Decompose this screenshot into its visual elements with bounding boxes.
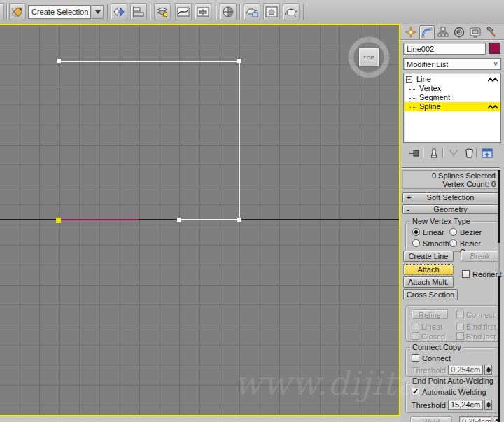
tab-create[interactable] — [403, 25, 419, 39]
bind-last-label: Bind last — [466, 332, 496, 341]
edit-named-selections-icon[interactable]: ABC — [9, 3, 26, 20]
stack-item-label: Segment — [419, 93, 450, 102]
stack-item-line[interactable]: − Line — [404, 75, 500, 84]
toolbar-separator — [150, 4, 150, 20]
new-vertex-type-group: New Vertex Type Linear Bezier Smooth Bez… — [405, 221, 498, 252]
connect-copy-label: Connect — [422, 354, 451, 363]
stack-item-vertex[interactable]: Vertex — [404, 84, 500, 93]
toolbar-separator — [303, 4, 304, 20]
group-title: End Point Auto-Welding — [410, 377, 496, 385]
rollout-title: Soft Selection — [427, 193, 475, 202]
create-line-button[interactable]: Create Line — [403, 251, 454, 262]
tab-hierarchy[interactable] — [435, 25, 451, 39]
named-selection-set-combo[interactable]: Create Selection Se — [28, 5, 91, 19]
tab-utilities[interactable] — [484, 25, 499, 39]
radio-bezier[interactable] — [449, 228, 457, 236]
vertex-bottom-middle[interactable] — [177, 218, 181, 222]
configure-modifier-sets-icon[interactable] — [480, 147, 494, 160]
object-color-swatch[interactable] — [489, 43, 500, 54]
teapot-frame-icon — [265, 6, 278, 18]
collapse-icon[interactable]: − — [406, 76, 412, 83]
top-viewport-canvas[interactable]: N S W E TOP — [0, 25, 399, 415]
show-end-result-icon[interactable] — [427, 147, 441, 160]
stack-item-segment[interactable]: Segment — [404, 93, 500, 102]
vertex-top-right[interactable] — [237, 59, 241, 63]
rollout-soft-selection[interactable]: + Soft Selection — [402, 192, 498, 202]
panel-scrollbar-thumb[interactable] — [498, 243, 500, 276]
clipped-toolbar-icon[interactable] — [0, 3, 4, 20]
radio-linear-label: Linear — [423, 228, 444, 237]
radio-smooth[interactable] — [412, 239, 420, 247]
pin-stack-icon[interactable] — [407, 147, 421, 160]
modifier-list-dropdown[interactable]: Modifier List ˅ — [403, 58, 501, 70]
align-boxes-icon — [132, 6, 145, 18]
3dsmax-window: ABC Create Selection Se — [0, 0, 504, 422]
active-wave-icon — [488, 104, 498, 110]
mirror-icon[interactable] — [111, 3, 127, 20]
vertex-top-left[interactable] — [57, 59, 61, 63]
view-compass[interactable]: N S W E TOP — [347, 36, 391, 79]
automatic-welding-checkbox[interactable] — [412, 388, 419, 395]
attach-mult-button[interactable]: Attach Mult. — [403, 276, 454, 288]
weld-button[interactable]: Weld — [410, 416, 452, 422]
viewport-active-border — [399, 24, 400, 416]
rendered-frame-window-icon[interactable] — [263, 3, 280, 20]
weld-value-field[interactable]: 0,254cm — [459, 416, 491, 422]
vertex-bottom-right[interactable] — [237, 218, 241, 222]
reorient-checkbox[interactable] — [462, 270, 470, 278]
first-vertex-yellow[interactable] — [56, 218, 61, 223]
bind-first-checkbox-disabled[interactable] — [456, 323, 464, 330]
mirror-arrows-icon — [112, 6, 126, 18]
hierarchy-boxes-icon — [438, 27, 449, 38]
teapot-icon — [284, 6, 298, 18]
tab-modify[interactable] — [419, 25, 435, 39]
weld-threshold-field[interactable]: 15,24cm — [448, 400, 483, 410]
stack-item-spline-selected[interactable]: Spline — [404, 102, 500, 111]
auto-welding-group: End Point Auto-Welding Automatic Welding… — [405, 381, 498, 413]
utilities-hammer-icon — [486, 27, 497, 38]
spline-rectangle[interactable] — [59, 61, 240, 220]
curve-editor-icon[interactable] — [175, 3, 192, 20]
closed-checkbox-disabled[interactable] — [412, 332, 419, 340]
remove-modifier-icon[interactable] — [462, 147, 476, 160]
stack-item-label: Spline — [419, 102, 441, 111]
break-button[interactable]: Break — [461, 251, 500, 262]
linear-label: Linear — [421, 323, 443, 331]
radio-smooth-label: Smooth — [423, 239, 449, 248]
spline-segment-selected[interactable] — [180, 219, 239, 220]
compass-east-label: E — [385, 54, 389, 61]
vertex-count-text: Vertex Count: 0 — [402, 180, 496, 188]
object-name-field[interactable]: Line002 — [403, 43, 486, 55]
selection-set-dropdown-arrow[interactable] — [92, 5, 104, 19]
radio-bezier-corner[interactable] — [449, 239, 457, 247]
tab-motion[interactable] — [451, 25, 467, 39]
render-setup-icon[interactable] — [244, 3, 260, 20]
refine-button[interactable]: Refine — [412, 309, 448, 319]
weld-threshold-spinner[interactable] — [484, 400, 492, 410]
compass-west-label: W — [348, 54, 354, 61]
bind-last-checkbox-disabled[interactable] — [456, 332, 464, 340]
linear-checkbox-disabled[interactable] — [412, 323, 419, 330]
tab-display[interactable] — [468, 25, 483, 39]
material-editor-icon[interactable] — [220, 3, 237, 20]
viewcube-top-face[interactable]: TOP — [358, 48, 379, 67]
threshold-field[interactable]: 0,254cm — [448, 365, 483, 375]
motion-wheel-icon — [454, 27, 465, 38]
connect-copy-checkbox[interactable] — [412, 354, 419, 362]
modifier-list-label: Modifier List — [407, 60, 448, 69]
rollout-geometry[interactable]: - Geometry — [402, 204, 498, 214]
spline-segment-unselected[interactable] — [59, 219, 139, 220]
make-unique-icon[interactable] — [447, 147, 461, 160]
attach-button[interactable]: Attach — [403, 264, 454, 275]
panel-scrollbar[interactable] — [498, 170, 500, 422]
render-production-icon[interactable] — [283, 3, 300, 20]
display-monitor-icon — [470, 27, 481, 38]
radio-linear[interactable] — [412, 228, 420, 236]
connect-checkbox-disabled[interactable] — [456, 311, 464, 318]
align-icon[interactable] — [130, 3, 147, 20]
schematic-view-icon[interactable] — [195, 3, 211, 20]
cross-section-button[interactable]: Cross Section — [403, 289, 458, 300]
threshold-spinner[interactable] — [484, 365, 492, 375]
toolbar-separator — [6, 4, 7, 20]
layer-manager-icon[interactable] — [154, 3, 171, 20]
